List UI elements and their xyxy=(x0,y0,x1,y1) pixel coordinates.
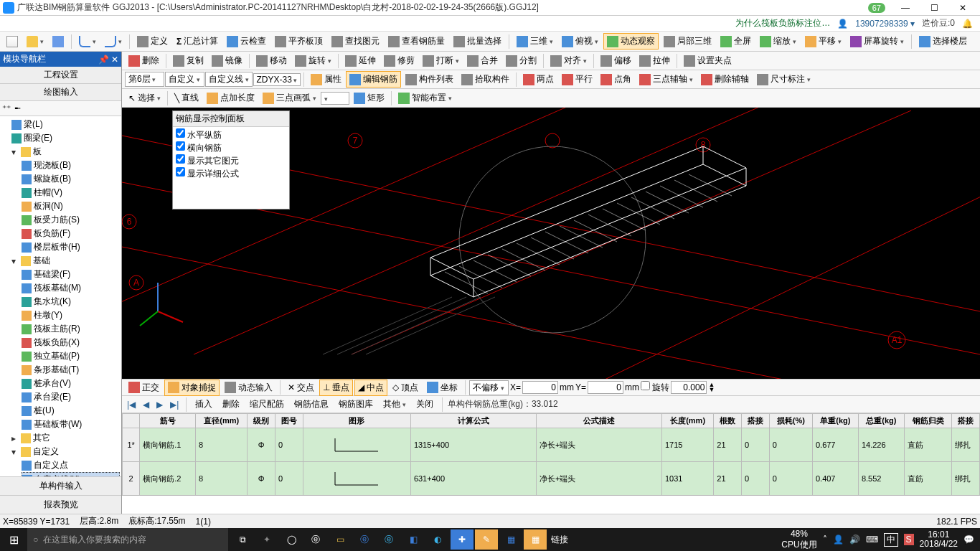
app11-icon[interactable]: ▦ xyxy=(499,529,522,550)
minimize-button[interactable]: ― xyxy=(891,3,920,13)
taskbar-search[interactable]: ○ 在这里输入你要搜索的内容 xyxy=(27,528,228,551)
tree-bslj[interactable]: 板受力筋(S) xyxy=(22,213,120,227)
angle-btn[interactable]: 点角 xyxy=(597,71,635,88)
flat-button[interactable]: 平齐板顶 xyxy=(271,33,326,50)
three-aux-btn[interactable]: 三点辅轴 xyxy=(636,71,697,88)
tree-jichu[interactable]: ▾基础 xyxy=(11,254,120,268)
first-arrow-icon[interactable]: |◀ xyxy=(125,400,138,410)
insert-row-btn[interactable]: 插入 xyxy=(192,396,216,413)
edge-icon[interactable]: ⓔ xyxy=(353,529,376,550)
orbit-button[interactable]: 动态观察 xyxy=(603,33,659,50)
rect-tool[interactable]: 矩形 xyxy=(350,90,388,106)
find-button[interactable]: 查找图元 xyxy=(328,33,383,50)
tree-jcbd[interactable]: 基础板带(W) xyxy=(22,418,120,431)
tree-zm[interactable]: 柱帽(V) xyxy=(22,186,120,199)
start-button[interactable]: ⊞ xyxy=(0,533,27,547)
tree-fbjc[interactable]: 筏板基础(M) xyxy=(22,281,120,295)
redo-button[interactable] xyxy=(101,34,126,50)
stretch-btn[interactable]: 拉伸 xyxy=(636,52,674,69)
move-btn[interactable]: 移动 xyxy=(253,52,291,69)
offset-select[interactable]: 不偏移 xyxy=(469,380,509,395)
model-viewport[interactable]: 5 7 8 6 A A1 xyxy=(122,108,980,379)
osnap-btn[interactable]: 对象捕捉 xyxy=(164,380,220,396)
component-tree[interactable]: 梁(L) 圈梁(E) ▾板 现浇板(B) 螺旋板(B) 柱帽(V) 板洞(N) … xyxy=(0,116,121,476)
dimension-btn[interactable]: 尺寸标注 xyxy=(753,71,814,88)
rebar-display-panel[interactable]: 钢筋显示控制面板 水平纵筋 横向钢筋 显示其它图元 显示详细公式 xyxy=(172,110,290,209)
open-button[interactable] xyxy=(23,34,47,50)
tab-project-settings[interactable]: 工程设置 xyxy=(0,67,121,84)
table-row[interactable]: 1*横向钢筋.18Φ0 1315+400净长+端头171521000.67714… xyxy=(123,428,980,462)
grip-btn[interactable]: 设置夹点 xyxy=(680,52,735,69)
chk-horizontal[interactable]: 水平纵筋 xyxy=(176,128,286,141)
ie-icon[interactable]: ⓔ xyxy=(377,529,400,550)
hint-text[interactable]: 为什么筏板负筋标注位… xyxy=(735,17,830,29)
tray-sogou-icon[interactable]: S xyxy=(904,534,914,545)
save-button[interactable] xyxy=(49,34,67,50)
merge-btn[interactable]: 合并 xyxy=(463,52,501,69)
tree-zhuang[interactable]: 桩(U) xyxy=(22,404,120,418)
app12-icon[interactable]: ▦ xyxy=(524,529,547,550)
bell-icon[interactable]: 🔔 xyxy=(962,19,973,29)
tray-keyboard-icon[interactable]: ⌨ xyxy=(866,534,878,545)
rotate-btn[interactable]: 旋转 xyxy=(291,52,335,69)
tree-jcl[interactable]: 基础梁(F) xyxy=(22,268,120,281)
last-arrow-icon[interactable]: ▶| xyxy=(168,400,181,410)
tree-xjb[interactable]: 现浇板(B) xyxy=(22,159,120,172)
local3d-button[interactable]: 局部三维 xyxy=(660,33,715,50)
view3d-button[interactable]: 三维 xyxy=(513,33,557,50)
two-point-btn[interactable]: 两点 xyxy=(519,71,557,88)
spinner-icon[interactable]: ▲▼ xyxy=(708,382,715,392)
pin-icon[interactable]: 📌 xyxy=(98,55,109,65)
screen-rotate-button[interactable]: 屏幕旋转 xyxy=(847,33,908,50)
close-button[interactable]: ✕ xyxy=(948,3,977,13)
undo-button[interactable] xyxy=(75,34,100,50)
tree-zct[interactable]: 桩承台(V) xyxy=(22,377,120,390)
select-floor-button[interactable]: 选择楼层 xyxy=(915,33,971,50)
user-phone[interactable]: 13907298339 ▾ xyxy=(855,19,915,29)
prev-arrow-icon[interactable]: ◀ xyxy=(141,400,151,410)
tab-report-preview[interactable]: 报表预览 xyxy=(0,495,121,514)
link-label[interactable]: 链接 xyxy=(548,529,571,550)
tab-drawing-input[interactable]: 绘图输入 xyxy=(0,84,121,101)
app1-icon[interactable]: ✦ xyxy=(255,529,278,550)
rebar-table-wrap[interactable]: 筋号直径(mm)级别 图号图形计算公式 公式描述长度(mm)根数 搭接损耗(%)… xyxy=(122,413,980,514)
select-tool[interactable]: ↖ 选择 xyxy=(125,90,164,106)
del-aux-btn[interactable]: 删除辅轴 xyxy=(697,71,753,88)
ortho-btn[interactable]: 正交 xyxy=(125,380,163,396)
snap-perpendicular[interactable]: ⊥ 垂点 xyxy=(319,380,353,396)
x-input[interactable] xyxy=(522,381,558,394)
view-qty-button[interactable]: 查看钢筋量 xyxy=(385,33,448,50)
chk-formula[interactable]: 显示详细公式 xyxy=(176,167,286,180)
edit-rebar-btn[interactable]: 编辑钢筋 xyxy=(346,71,401,88)
table-row[interactable]: 2横向钢筋.28Φ0 631+400净长+端头103121000.4078.55… xyxy=(123,462,980,496)
tray-volume-icon[interactable]: 🔊 xyxy=(849,534,860,545)
tab-single-input[interactable]: 单构件输入 xyxy=(0,476,121,495)
delete-row-btn[interactable]: 删除 xyxy=(219,396,243,413)
tray-people-icon[interactable]: 👤 xyxy=(833,534,844,545)
extend-btn[interactable]: 延伸 xyxy=(341,52,380,69)
chk-vertical[interactable]: 横向钢筋 xyxy=(176,141,286,154)
tree-ban[interactable]: ▾板 xyxy=(11,145,120,159)
y-input[interactable] xyxy=(588,381,623,394)
tray-ime-icon[interactable]: 中 xyxy=(884,533,898,547)
update-badge[interactable]: 67 xyxy=(868,3,885,13)
snap-coord[interactable]: 坐标 xyxy=(423,380,461,396)
fullscreen-button[interactable]: 全屏 xyxy=(717,33,755,50)
tray-clock[interactable]: 16:012018/4/22 xyxy=(920,530,958,549)
next-arrow-icon[interactable]: ▶ xyxy=(154,400,165,410)
chk-other[interactable]: 显示其它图元 xyxy=(176,154,286,167)
break-btn[interactable]: 打断 xyxy=(419,52,463,69)
collapse-icon[interactable]: ╾ xyxy=(15,103,20,113)
app10-icon[interactable]: ✎ xyxy=(475,529,498,550)
rebar-lib-btn[interactable]: 钢筋图库 xyxy=(335,396,377,413)
scale-btn[interactable]: 缩尺配筋 xyxy=(246,396,288,413)
app9-icon[interactable]: ✚ xyxy=(451,529,473,550)
maximize-button[interactable]: ☐ xyxy=(920,3,948,13)
explorer-icon[interactable]: ▭ xyxy=(329,529,352,550)
close-table-btn[interactable]: 关闭 xyxy=(413,396,437,413)
tree-txjc[interactable]: 条形基础(T) xyxy=(22,363,120,377)
property-btn[interactable]: 属性 xyxy=(307,71,345,88)
snap-midpoint[interactable]: ◢ 中点 xyxy=(354,380,387,396)
tree-zd[interactable]: 柱墩(Y) xyxy=(22,309,120,322)
tree-dljc[interactable]: 独立基础(P) xyxy=(22,349,120,363)
